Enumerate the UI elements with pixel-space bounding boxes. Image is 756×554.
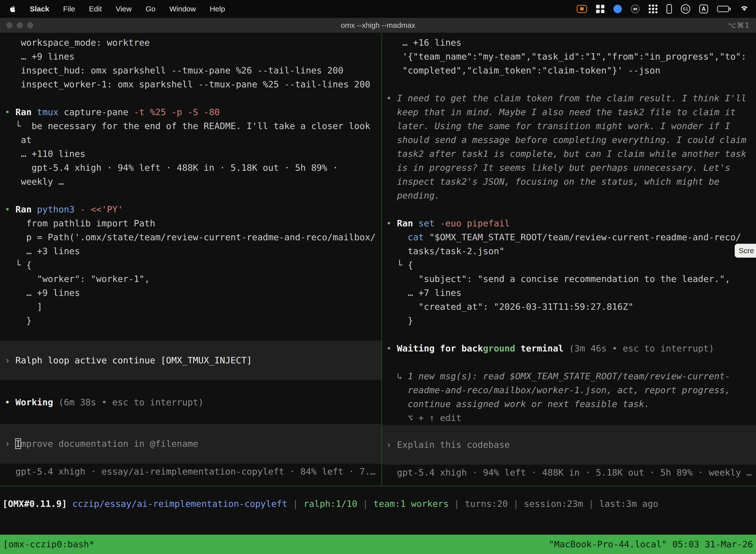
tmux-pane-left[interactable]: workspace_mode: worktree … +9 lines insp… [0, 33, 381, 486]
terminal-line: gpt-5.4 xhigh · 94% left · 488K in · 5.1… [0, 161, 381, 175]
terminal-line: • Ran python3 - <<'PY' [0, 203, 381, 216]
water-drop-icon[interactable] [613, 5, 622, 13]
menu-app-name[interactable]: Slack [30, 5, 49, 13]
terminal-line: readme-and-reco/mailbox/worker-1.json, a… [382, 383, 756, 397]
wifi-icon[interactable] [740, 4, 749, 14]
menu-bar-left: Slack File Edit View Go Window Help [0, 5, 225, 13]
terminal-line: • I need to get the claim token from the… [382, 91, 756, 105]
zoom-button[interactable] [27, 22, 33, 28]
menu-view[interactable]: View [116, 5, 131, 13]
menu-help[interactable]: Help [210, 5, 225, 13]
terminal-line [0, 189, 381, 203]
terminal-line [382, 328, 756, 341]
terminal-line: … +16 lines [382, 36, 756, 50]
terminal-line: at [0, 133, 381, 147]
terminal-line: task2 after task1 is complete, but can I… [382, 147, 756, 161]
terminal-line: ] [0, 300, 381, 314]
battery-icon[interactable] [717, 6, 731, 12]
terminal-line: … +3 lines [0, 244, 381, 258]
menu-go[interactable]: Go [145, 5, 155, 13]
ghost-icon[interactable] [631, 4, 640, 13]
phone-icon[interactable] [667, 4, 672, 14]
close-button[interactable] [6, 22, 12, 28]
terminal-line: "created_at": "2026-03-31T11:59:27.816Z" [382, 300, 756, 314]
terminal-line [382, 203, 756, 216]
terminal-content: workspace_mode: worktree … +9 lines insp… [0, 33, 756, 554]
terminal-line: weekly … [0, 175, 381, 189]
terminal-line: cat "$OMX_TEAM_STATE_ROOT/team/review-cu… [382, 230, 756, 244]
screen: Slack File Edit View Go Window Help 61 A [0, 0, 756, 554]
terminal-line: inspect_worker-1: omx sparkshell --tmux-… [0, 77, 381, 91]
terminal-line: gpt-5.4 xhigh · 94% left · 488K in · 5.1… [382, 466, 756, 480]
terminal-line: "subject": "send a concise recommendatio… [382, 272, 756, 286]
terminal-line: p = Path('.omx/state/team/review-current… [0, 230, 381, 244]
badge-61-icon[interactable]: 61 [681, 4, 690, 14]
terminal-line: '{"team_name":"my-team","task_id":"1","f… [382, 50, 756, 63]
window-title: omx --xhigh --madmax [0, 21, 756, 30]
terminal-line: • Ran tmux capture-pane -t %25 -p -S -80 [0, 105, 381, 119]
menu-file[interactable]: File [63, 5, 75, 13]
terminal-line: … +7 lines [382, 286, 756, 300]
terminal-line: tasks/task-2.json" [382, 244, 756, 258]
tmux-session-label: [omx-cczip0:bash* [3, 537, 94, 551]
terminal-line: from pathlib import Path [0, 216, 381, 230]
tmux-host-time: "MacBook-Pro-44.local" 05:03 31-Mar-26 [549, 537, 753, 551]
terminal-line: inspect task2's JSON, focusing on the st… [382, 175, 756, 189]
terminal-line: } [0, 314, 381, 328]
terminal-line: pending. [382, 189, 756, 203]
terminal-line: workspace_mode: worktree [0, 36, 381, 50]
terminal-line: [OMX#0.11.9] cczip/essay/ai-reimplementa… [2, 497, 658, 511]
terminal-line: "worker": "worker-1", [0, 272, 381, 286]
menu-edit[interactable]: Edit [89, 5, 102, 13]
omx-status-line: [OMX#0.11.9] cczip/essay/ai-reimplementa… [0, 497, 658, 511]
terminal-window: omx --xhigh --madmax ⌥⌘1 workspace_mode:… [0, 18, 756, 554]
terminal-line: • Working (6m 38s • esc to interrupt) [0, 395, 381, 409]
menu-window[interactable]: Window [170, 5, 196, 13]
terminal-line: } [382, 314, 756, 328]
terminal-line: … +9 lines [0, 286, 381, 300]
terminal-line: is in progress? It seems likely but perh… [382, 161, 756, 175]
pane-horizontal-divider [0, 486, 756, 486]
terminal-line: └ { [382, 258, 756, 272]
terminal-line: └ { [0, 258, 381, 272]
terminal-line: … +110 lines [0, 147, 381, 161]
terminal-line [382, 355, 756, 369]
terminal-line: ↳ 1 new msg(s): read $OMX_TEAM_STATE_ROO… [382, 369, 756, 383]
tmux-pane-right[interactable]: … +16 lines '{"team_name":"my-team","tas… [382, 33, 756, 486]
terminal-line: "completed","claim_token":"claim-token"}… [382, 63, 756, 77]
screenshot-thumbnail[interactable]: Scre [735, 244, 756, 258]
menu-bar-status-icons: 61 A [577, 4, 756, 14]
terminal-line: should send a message before completing … [382, 133, 756, 147]
terminal-line: • Waiting for background terminal (3m 46… [382, 341, 756, 355]
apple-icon [9, 5, 16, 13]
terminal-line: inspect_hud: omx sparkshell --tmux-pane … [0, 63, 381, 77]
terminal-line: ⌥ + ↑ edit [382, 411, 756, 425]
traffic-lights [6, 18, 33, 33]
tmux-status-bar: [omx-cczip0:bash* "MacBook-Pro-44.local"… [0, 535, 756, 554]
prompt-input-box[interactable]: › Explain this codebase [382, 425, 756, 465]
terminal-line: • Ran set -euo pipefail [382, 216, 756, 230]
terminal-line [382, 77, 756, 91]
terminal-line: … +9 lines [0, 50, 381, 63]
window-shortcut-hint: ⌥⌘1 [728, 21, 750, 30]
input-source-icon[interactable]: A [699, 4, 708, 13]
menu-bar: Slack File Edit View Go Window Help 61 A [0, 0, 756, 18]
terminal-line: later. Using the same for transition mig… [382, 119, 756, 133]
minimize-button[interactable] [17, 22, 23, 28]
record-indicator-icon[interactable] [577, 5, 587, 13]
terminal-line: keep that in mind. Maybe I also need the… [382, 105, 756, 119]
prompt-input-box[interactable]: › Ralph loop active continue [OMX_TMUX_I… [0, 340, 381, 380]
dots-grid-icon[interactable] [649, 4, 657, 13]
terminal-line: gpt-5.4 xhigh · essay/ai-reimplementatio… [0, 465, 381, 479]
terminal-line: continue assigned work or next feasible … [382, 397, 756, 411]
window-title-bar[interactable]: omx --xhigh --madmax ⌥⌘1 [0, 18, 756, 33]
terminal-line: └ be necessary for the end of the README… [0, 119, 381, 133]
window-grid-icon[interactable] [596, 5, 605, 13]
apple-menu[interactable] [9, 5, 16, 13]
prompt-input-box[interactable]: › Improve documentation in @filename [0, 424, 381, 464]
terminal-line [0, 91, 381, 105]
